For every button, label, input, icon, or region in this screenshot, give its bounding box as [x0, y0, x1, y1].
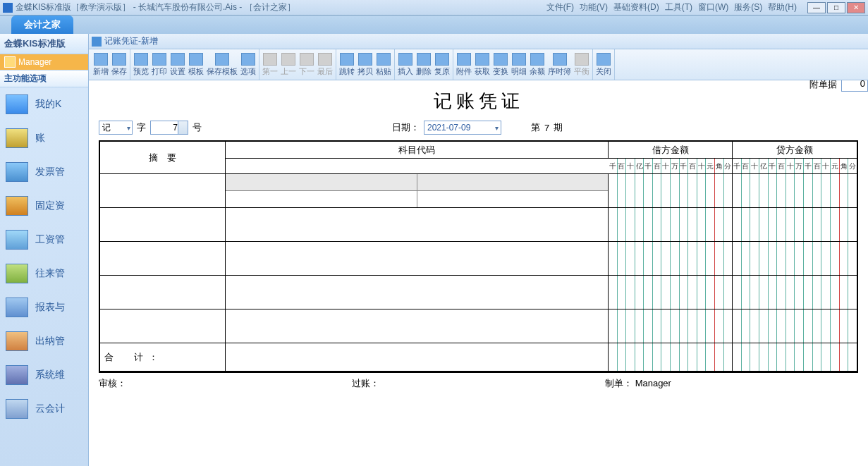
maximize-button[interactable]: □: [827, 2, 845, 13]
template-icon: [189, 53, 203, 66]
delete-icon: [417, 53, 431, 66]
last-button: 最后: [316, 51, 334, 78]
table-row[interactable]: [100, 276, 857, 309]
fetch-button[interactable]: 获取: [473, 51, 491, 78]
trial-button: 平衡: [573, 51, 591, 78]
goto-button[interactable]: 跳转: [338, 51, 356, 78]
sidebar-item-cloud[interactable]: 云会计: [0, 392, 88, 426]
payroll-icon: [6, 230, 28, 250]
goto-icon: [340, 53, 354, 66]
date-input[interactable]: 2021-07-09: [424, 121, 501, 135]
paste-button[interactable]: 粘贴: [374, 51, 393, 78]
sidebar: 金蝶KIS标准版 Manager 主功能选项 我的K 账 发票管 固定资 工资管…: [0, 34, 89, 466]
tab-accounting-home[interactable]: 会计之家: [11, 16, 73, 34]
sidebar-title: 金蝶KIS标准版: [0, 34, 88, 54]
restore-button[interactable]: 复原: [433, 51, 451, 78]
sidebar-item-label: 工资管: [35, 233, 65, 246]
sidebar-item-invoice[interactable]: 发票管: [0, 155, 88, 189]
attach-input[interactable]: 0: [841, 80, 868, 92]
menubar: 文件(F) 功能(V) 基础资料(D) 工具(T) 窗口(W) 服务(S) 帮助…: [544, 1, 799, 13]
summary-cell[interactable]: [100, 174, 226, 207]
save-template-button[interactable]: 保存模板: [205, 51, 239, 78]
col-code: 科目代码: [226, 142, 609, 159]
sidebar-item-arap[interactable]: 往来管: [0, 257, 88, 290]
table-row[interactable]: [100, 208, 857, 242]
voucher-area: 记账凭证 顺序号 附单据0 记 字 7 号 日期： 2021-07-09 第 7…: [89, 80, 868, 466]
period-suffix: 期: [554, 121, 563, 134]
menu-tools[interactable]: 工具(T): [663, 1, 695, 13]
debit-cell[interactable]: [609, 174, 733, 207]
menu-basedata[interactable]: 基础资料(D): [611, 1, 661, 13]
number-input[interactable]: 7: [150, 121, 188, 135]
menu-function[interactable]: 功能(V): [577, 1, 610, 13]
voucher-header-right: 顺序号 附单据0: [809, 80, 868, 96]
table-row[interactable]: [100, 242, 857, 276]
sidebar-item-payroll[interactable]: 工资管: [0, 223, 88, 257]
sidebar-user[interactable]: Manager: [0, 54, 88, 70]
sidebar-item-cashier[interactable]: 出纳管: [0, 324, 88, 358]
balance-button[interactable]: 余额: [528, 51, 546, 78]
cloud-icon: [6, 399, 28, 419]
sidebar-item-label: 报表与: [35, 301, 65, 314]
voucher-icon: [92, 37, 102, 47]
table-total-row: 合 计：: [100, 343, 857, 372]
arap-icon: [6, 264, 28, 283]
period-value: 7: [544, 123, 549, 133]
subwindow-title: 记账凭证-新增: [104, 35, 158, 47]
options-button[interactable]: 选项: [239, 51, 257, 78]
voucher-table: 摘 要 科目代码 借方金额 千百十亿千百十万千百十元角分 贷方金额 千百十亿千百…: [99, 140, 858, 373]
detail-button[interactable]: 明细: [510, 51, 528, 78]
sidebar-item-myk[interactable]: 我的K: [0, 87, 88, 121]
invoice-icon: [6, 162, 28, 182]
print-button[interactable]: 打印: [150, 51, 169, 78]
word-select[interactable]: 记: [99, 121, 133, 135]
sidebar-item-report[interactable]: 报表与: [0, 290, 88, 324]
table-row[interactable]: [100, 174, 857, 208]
prev-icon: [281, 53, 295, 66]
delete-button[interactable]: 删除: [415, 51, 433, 78]
sidebar-item-system[interactable]: 系统维: [0, 358, 88, 392]
sidebar-section: 主功能选项: [0, 70, 88, 87]
sidebar-item-ledger[interactable]: 账: [0, 121, 88, 155]
prev-button: 上一: [279, 51, 298, 78]
menu-help[interactable]: 帮助(H): [766, 1, 799, 13]
save-button[interactable]: 保存: [110, 51, 128, 78]
menu-service[interactable]: 服务(S): [732, 1, 764, 13]
sidebar-item-label: 发票管: [35, 166, 65, 178]
settings-button[interactable]: 设置: [169, 51, 187, 78]
balance-icon: [530, 53, 544, 66]
fetch-icon: [475, 53, 489, 66]
journal-button[interactable]: 序时簿: [546, 51, 573, 78]
menu-file[interactable]: 文件(F): [544, 1, 576, 13]
attach-button[interactable]: 附件: [455, 51, 473, 78]
new-button[interactable]: 新增: [92, 51, 110, 78]
sidebar-item-asset[interactable]: 固定资: [0, 189, 88, 223]
titlebar-title: 金蝶KIS标准版［教学演示版］ - 长城汽车股份有限公司.Ais - ［会计之家…: [16, 1, 295, 13]
minimize-button[interactable]: —: [807, 2, 826, 13]
transform-button[interactable]: 变换: [491, 51, 510, 78]
next-icon: [300, 53, 314, 66]
ledger-icon: [6, 128, 28, 148]
template-button[interactable]: 模板: [187, 51, 205, 78]
code-cell[interactable]: [226, 174, 609, 207]
preview-button[interactable]: 预览: [132, 51, 150, 78]
col-summary: 摘 要: [100, 142, 226, 174]
insert-button[interactable]: 插入: [396, 51, 415, 78]
content: 记账凭证-新增 新增 保存 预览 打印 设置 模板 保存模板 选项 第一 上一 …: [89, 34, 868, 466]
sidebar-user-label: Manager: [18, 57, 51, 67]
credit-cell[interactable]: [733, 174, 857, 207]
debit-digit-header: 千百十亿千百十万千百十元角分: [609, 159, 732, 174]
copy-button[interactable]: 拷贝: [356, 51, 374, 78]
sidebar-item-label: 账: [35, 132, 45, 145]
maker: 制单： Manager: [605, 377, 858, 390]
close-button[interactable]: ✕: [847, 2, 865, 13]
insert-icon: [398, 53, 412, 66]
voucher-title: 记账凭证: [99, 89, 858, 114]
table-row[interactable]: [100, 309, 857, 343]
menu-window[interactable]: 窗口(W): [696, 1, 731, 13]
save-icon: [112, 53, 126, 66]
close-voucher-button[interactable]: 关闭: [594, 51, 613, 78]
journal-icon: [553, 53, 567, 66]
last-icon: [318, 53, 332, 66]
close-icon: [597, 53, 611, 66]
